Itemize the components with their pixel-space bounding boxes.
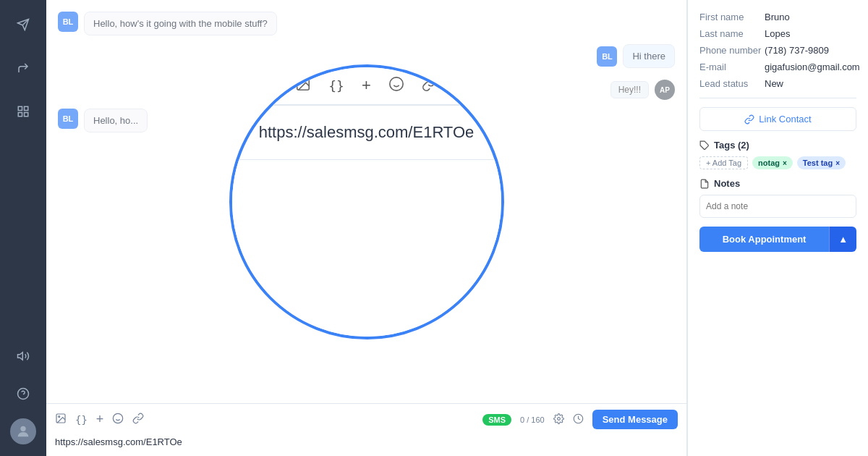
avatar[interactable] xyxy=(10,418,36,444)
input-code-icon[interactable]: {} xyxy=(75,414,88,426)
settings-icon[interactable] xyxy=(553,413,564,426)
question-icon[interactable] xyxy=(10,381,36,407)
first-name-value: Bruno xyxy=(765,12,790,22)
book-appointment-button[interactable]: Book Appointment xyxy=(699,227,829,252)
sender-avatar-2: BL xyxy=(58,109,78,129)
lead-label: Lead status xyxy=(699,78,765,89)
chat-area: BL Hello, how's it going with the mobile… xyxy=(46,0,686,403)
sender-avatar: BL xyxy=(58,12,78,32)
mag-emoji-icon[interactable] xyxy=(388,76,404,96)
magnify-overlay: {} + https://salesmsg.com/E1RTOe xyxy=(229,64,504,339)
grid-icon[interactable] xyxy=(10,98,36,124)
input-toolbar: {} + SMS 0 / 160 Send Message xyxy=(55,410,678,429)
svg-rect-3 xyxy=(25,113,28,117)
email-field: E-mail gigafusion@gmail.com xyxy=(699,62,856,72)
tag-notag-close[interactable]: × xyxy=(783,159,787,167)
first-name-field: First name Bruno xyxy=(699,12,856,22)
svg-point-6 xyxy=(20,426,25,431)
svg-rect-0 xyxy=(18,106,22,110)
last-name-field: Last name Lopes xyxy=(699,28,856,39)
add-tag-button[interactable]: + Add Tag xyxy=(699,156,748,169)
ap-badge: AP xyxy=(655,80,675,100)
forward-icon[interactable] xyxy=(10,55,36,81)
tag-testtag-close[interactable]: × xyxy=(835,159,840,167)
notes-input[interactable] xyxy=(699,195,856,218)
sidebar xyxy=(0,0,46,456)
chat-main: BL Hello, how's it going with the mobile… xyxy=(46,0,687,456)
phone-value: (718) 737-9809 xyxy=(765,45,829,56)
tags-row: + Add Tag notag × Test tag × xyxy=(699,156,856,169)
magnify-empty xyxy=(232,160,501,337)
email-label: E-mail xyxy=(699,62,765,72)
input-area: {} + SMS 0 / 160 Send Message https://sa… xyxy=(46,403,686,456)
tags-header: Tags (2) xyxy=(699,140,856,151)
svg-rect-2 xyxy=(18,113,22,117)
svg-point-17 xyxy=(557,417,560,420)
mag-code-icon[interactable]: {} xyxy=(328,78,344,93)
first-name-label: First name xyxy=(699,12,765,22)
input-image-icon[interactable] xyxy=(55,413,67,426)
last-name-value: Lopes xyxy=(765,28,790,39)
book-appointment-row: Book Appointment ▲ xyxy=(699,227,856,252)
send-button[interactable]: Send Message xyxy=(592,410,678,429)
mag-plus-icon[interactable]: + xyxy=(362,76,371,95)
outgoing-avatar-bl: BL xyxy=(597,46,617,67)
input-text[interactable]: https://salesmsg.com/E1RTOe xyxy=(55,434,678,450)
book-appointment-arrow[interactable]: ▲ xyxy=(829,227,856,252)
phone-field: Phone number (718) 737-9809 xyxy=(699,45,856,56)
sms-badge: SMS xyxy=(482,414,511,426)
svg-point-8 xyxy=(300,80,302,83)
phone-label: Phone number xyxy=(699,45,765,56)
message-bubble: Hello, how's it going with the mobile st… xyxy=(84,12,277,35)
right-panel: First name Bruno Last name Lopes Phone n… xyxy=(687,0,868,456)
svg-point-14 xyxy=(114,413,123,423)
lead-field: Lead status New xyxy=(699,78,856,89)
message-row: BL Hello, how's it going with the mobile… xyxy=(58,12,675,35)
clock-icon[interactable] xyxy=(573,413,584,426)
tag-testtag-label: Test tag xyxy=(803,159,833,167)
input-emoji-icon[interactable] xyxy=(112,413,124,426)
compose-icon[interactable] xyxy=(10,12,36,38)
svg-rect-1 xyxy=(25,106,28,110)
svg-point-9 xyxy=(390,77,403,90)
last-name-label: Last name xyxy=(699,28,765,39)
message-bubble-2: Hello, ho... xyxy=(84,109,148,132)
svg-point-13 xyxy=(59,416,60,418)
tag-testtag: Test tag × xyxy=(797,156,846,169)
link-contact-label: Link Contact xyxy=(759,114,811,124)
mag-link-icon[interactable] xyxy=(422,76,438,96)
input-link-icon[interactable] xyxy=(132,413,144,426)
email-value: gigafusion@gmail.com xyxy=(765,62,860,72)
tag-notag-label: notag xyxy=(758,159,780,167)
tag-notag: notag × xyxy=(752,156,793,169)
mag-image-icon[interactable] xyxy=(295,76,311,96)
megaphone-icon[interactable] xyxy=(10,343,36,369)
char-count: 0 / 160 xyxy=(520,415,545,424)
input-plus-icon[interactable]: + xyxy=(96,412,104,427)
divider-1 xyxy=(699,98,856,98)
hi-there-bubble: Hi there xyxy=(623,44,675,68)
hey-badge: Hey!!! xyxy=(610,81,649,98)
notes-header: Notes xyxy=(699,178,856,189)
lead-value: New xyxy=(765,78,783,89)
magnify-url: https://salesmsg.com/E1RTOe xyxy=(242,106,492,159)
link-contact-button[interactable]: Link Contact xyxy=(699,107,856,131)
